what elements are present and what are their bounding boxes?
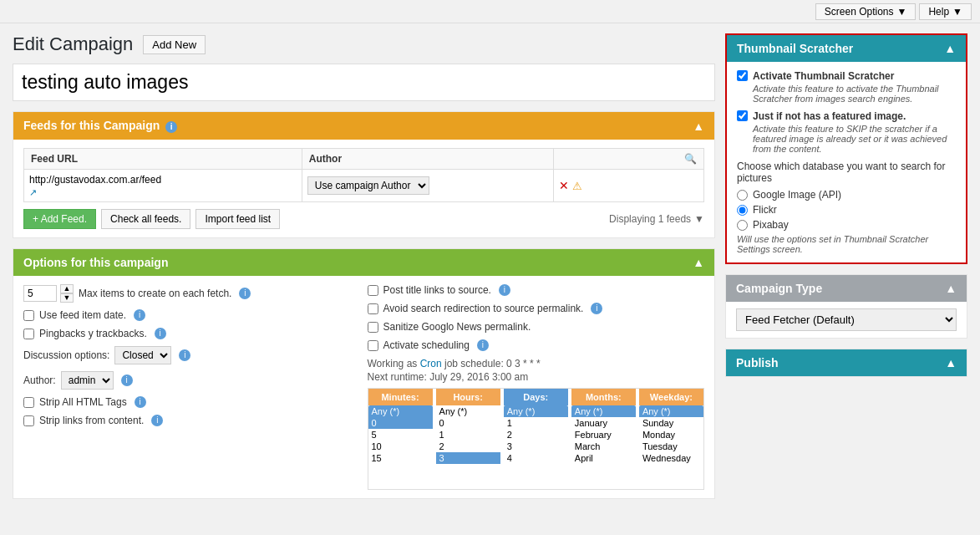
minutes-option-5: 5 (368, 429, 433, 441)
max-items-input-wrap: ▲ ▼ (23, 284, 74, 303)
options-box-header[interactable]: Options for this campaign ▲ (13, 249, 714, 276)
weekday-option-sun: Sunday (639, 417, 703, 429)
discussion-select[interactable]: Closed (114, 346, 171, 364)
help-label: Help (928, 6, 949, 18)
activate-scratcher-checkbox[interactable] (737, 70, 748, 81)
avoid-search-info-icon[interactable]: i (591, 303, 602, 314)
add-new-button[interactable]: Add New (143, 35, 206, 54)
strip-links-label: Strip links from content. (39, 415, 144, 426)
help-button[interactable]: Help ▼ (919, 3, 972, 20)
months-option-mar: March (571, 441, 636, 452)
hours-select[interactable]: Any (*) 0 1 2 3 (436, 405, 500, 489)
sanitize-label: Sanitize Googlo News permalink. (383, 321, 531, 333)
publish-header[interactable]: Publish ▲ (726, 349, 967, 376)
add-feed-button[interactable]: + Add Feed. (23, 209, 96, 229)
google-image-row: Google Image (API) (737, 189, 956, 201)
sanitize-checkbox[interactable] (368, 322, 378, 333)
activate-scheduling-checkbox[interactable] (368, 340, 378, 351)
avoid-search-checkbox[interactable] (368, 303, 378, 314)
weekday-option-wed: Wednesday (639, 452, 703, 464)
just-if-desc: Activate this feature to SKIP the scratc… (753, 124, 956, 154)
weekday-select[interactable]: Any (*) Sunday Monday Tuesday Wednesday (639, 405, 703, 489)
thumbnail-scratcher-header[interactable]: Thumbnail Scratcher ▲ (727, 35, 966, 62)
feed-table: Feed URL Author 🔍 (23, 148, 704, 202)
activate-scheduling-row: Activate scheduling i (368, 339, 705, 351)
pixabay-row: Pixabay (737, 219, 956, 231)
pingbacks-checkbox[interactable] (23, 329, 34, 339)
activate-scheduling-label: Activate scheduling (383, 339, 470, 351)
author-row: Author: admin i (23, 371, 361, 390)
decrement-button[interactable]: ▼ (60, 293, 74, 303)
screen-options-button[interactable]: Screen Options ▼ (815, 3, 917, 20)
feeds-collapse-icon[interactable]: ▲ (693, 120, 704, 133)
campaign-title-input[interactable] (13, 64, 715, 101)
pixabay-radio[interactable] (737, 220, 748, 231)
scheduling-info-icon[interactable]: i (477, 339, 489, 351)
max-items-input[interactable] (23, 285, 57, 302)
author-info-icon[interactable]: i (121, 374, 133, 386)
check-all-feeds-button[interactable]: Check all feeds. (101, 209, 190, 229)
flickr-radio[interactable] (737, 205, 748, 216)
strip-html-info-icon[interactable]: i (135, 396, 146, 408)
publish-box: Publish ▲ (725, 349, 967, 377)
feed-actions-header: 🔍 (554, 149, 704, 170)
pixabay-label: Pixabay (753, 219, 789, 231)
strip-links-checkbox[interactable] (23, 415, 34, 426)
options-collapse-icon[interactable]: ▲ (693, 256, 704, 269)
minutes-option-10: 10 (368, 441, 433, 452)
feeds-info-icon[interactable]: i (165, 121, 177, 133)
post-title-links-label: Post title links to source. (383, 284, 491, 296)
feed-url-input[interactable] (29, 174, 297, 186)
publish-title: Publish (736, 356, 779, 369)
thumbnail-scratcher-box: Thumbnail Scratcher ▲ Activate Thumbnail… (725, 33, 967, 264)
thumbnail-note: Will use the options set in Thumbnail Sc… (737, 234, 956, 254)
strip-html-checkbox[interactable] (23, 397, 34, 408)
strip-html-row: Strip All HTML Tags i (23, 396, 361, 408)
increment-button[interactable]: ▲ (60, 284, 74, 293)
post-title-links-checkbox[interactable] (368, 285, 378, 296)
avoid-search-row: Avoid search redirection to source perma… (368, 303, 705, 314)
campaign-type-select[interactable]: Feed Fetcher (Default) Custom (736, 308, 957, 331)
author-dropdown[interactable]: admin (61, 371, 114, 390)
google-image-radio[interactable] (737, 190, 748, 201)
activate-scratcher-row: Activate Thumbnail Scratcher Activate th… (737, 70, 956, 104)
thumbnail-scratcher-title: Thumbnail Scratcher (737, 42, 853, 55)
author-label: Author: (23, 374, 56, 386)
table-row: ↗ Use campaign Author ✕ ⚠ (24, 170, 704, 202)
displaying-chevron[interactable]: ▼ (694, 213, 704, 225)
feeds-box-header[interactable]: Feeds for this Campaign i ▲ (13, 112, 714, 140)
thumbnail-scratcher-content: Activate Thumbnail Scratcher Activate th… (727, 62, 966, 262)
delete-feed-icon[interactable]: ✕ (559, 179, 569, 192)
minutes-option-0: 0 (368, 417, 433, 429)
weekday-option-tue: Tuesday (639, 441, 703, 452)
thumbnail-collapse-icon[interactable]: ▲ (944, 42, 956, 55)
import-feed-list-button[interactable]: Import feed list (195, 209, 280, 229)
publish-collapse-icon[interactable]: ▲ (945, 356, 957, 369)
months-column: Months: Any (*) January February March A… (571, 389, 636, 489)
strip-links-info-icon[interactable]: i (151, 415, 163, 426)
discussion-row: Discussion options: Closed i (23, 346, 361, 364)
external-link-icon[interactable]: ↗ (29, 187, 37, 197)
minutes-column: Minutes: Any (*) 0 5 10 15 (368, 389, 433, 489)
minutes-select[interactable]: Any (*) 0 5 10 15 (368, 405, 433, 489)
options-box: Options for this campaign ▲ ▲ ▼ (13, 248, 715, 499)
months-select[interactable]: Any (*) January February March April (571, 405, 636, 489)
campaign-type-header[interactable]: Campaign Type ▲ (726, 275, 967, 302)
top-bar: Screen Options ▼ Help ▼ (0, 0, 980, 23)
discussion-info-icon[interactable]: i (179, 349, 190, 361)
pingbacks-info-icon[interactable]: i (155, 328, 166, 339)
max-items-info-icon[interactable]: i (239, 288, 251, 299)
page-title: Edit Campaign (13, 33, 133, 55)
post-title-info-icon[interactable]: i (499, 284, 510, 296)
cron-link[interactable]: Cron (420, 358, 442, 369)
campaign-type-collapse-icon[interactable]: ▲ (945, 282, 957, 295)
minutes-option-15: 15 (368, 452, 433, 464)
author-select[interactable]: Use campaign Author (307, 176, 429, 195)
feed-date-info-icon[interactable]: i (134, 309, 145, 321)
days-option-2: 2 (504, 429, 568, 441)
use-feed-date-checkbox[interactable] (23, 310, 34, 321)
search-icon[interactable]: 🔍 (684, 153, 697, 165)
days-select[interactable]: Any (*) 1 2 3 4 (504, 405, 568, 489)
just-if-checkbox[interactable] (737, 110, 748, 121)
working-as-text: Working as Cron job schedule: 0 3 * * * (368, 358, 705, 369)
